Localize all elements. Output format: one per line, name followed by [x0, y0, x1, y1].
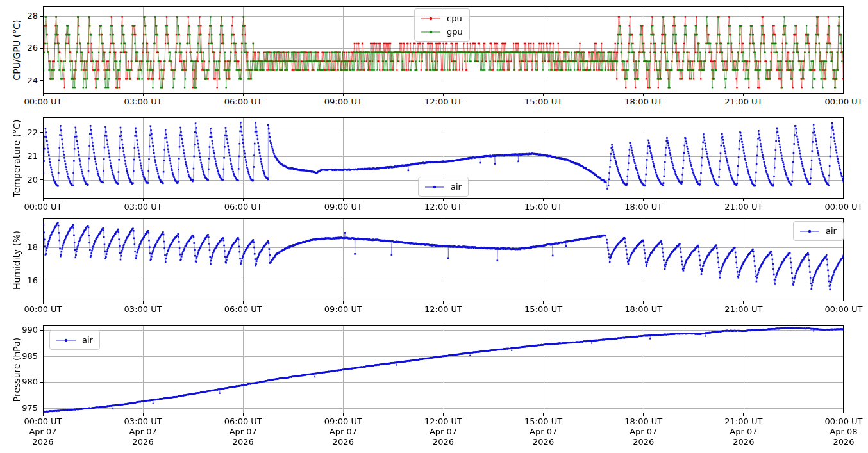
- x-tick-mark: [443, 301, 444, 304]
- x-tick-label: 12:00 UT: [415, 304, 472, 315]
- x-tick-year: 2026: [815, 437, 868, 447]
- x-tick-mark: [743, 301, 744, 304]
- x-tick-time: 12:00 UT: [415, 97, 472, 107]
- y-axis-label: Pressure (hPa): [12, 337, 22, 401]
- y-tick-mark: [40, 330, 43, 331]
- y-tick-mark: [40, 16, 43, 17]
- x-tick-label: 09:00 UT: [314, 304, 372, 315]
- chart-panel-1: Temperature (°C)20212200:00 UT03:00 UT06…: [0, 0, 868, 453]
- x-tick-mark: [443, 199, 444, 201]
- y-tick-label: 21: [3, 151, 38, 161]
- x-tick-label: 18:00 UT: [615, 97, 672, 107]
- y-tick-mark: [40, 281, 43, 281]
- x-tick-label: 18:00 UT: [615, 202, 672, 212]
- x-tick-time: 12:00 UT: [415, 416, 472, 427]
- x-tick-label: 09:00 UT: [314, 97, 372, 107]
- x-tick-time: 21:00 UT: [715, 304, 772, 315]
- x-tick-mark: [443, 94, 444, 96]
- plot-canvas: [43, 218, 844, 301]
- x-tick-mark: [543, 94, 544, 96]
- y-tick-label: 975: [3, 403, 38, 413]
- x-tick-mark: [743, 199, 744, 201]
- x-tick-mark: [643, 301, 644, 304]
- x-tick-mark: [143, 413, 144, 416]
- x-tick-date: Apr 07: [114, 427, 172, 437]
- x-tick-mark: [243, 199, 244, 201]
- x-tick-time: 18:00 UT: [615, 202, 672, 212]
- x-tick-time: 00:00 UT: [14, 202, 72, 212]
- x-tick-time: 15:00 UT: [515, 304, 572, 315]
- x-tick-time: 00:00 UT: [815, 416, 868, 427]
- legend-label: gpu: [447, 27, 463, 37]
- x-tick-mark: [543, 199, 544, 201]
- y-tick-mark: [40, 132, 43, 133]
- x-tick-date: Apr 07: [615, 427, 672, 437]
- x-tick-label: 12:00 UTApr 072026: [415, 416, 472, 447]
- x-tick-time: 21:00 UT: [715, 97, 772, 107]
- y-tick-label: 980: [3, 377, 38, 387]
- x-tick-mark: [343, 94, 344, 96]
- legend-line-sample-icon: [420, 29, 442, 35]
- x-tick-label: 15:00 UT: [515, 97, 572, 107]
- x-tick-label: 03:00 UT: [114, 304, 172, 315]
- x-tick-mark: [43, 413, 44, 416]
- x-tick-time: 15:00 UT: [515, 416, 572, 427]
- x-tick-time: 18:00 UT: [615, 304, 672, 315]
- y-tick-label: 26: [3, 43, 38, 53]
- y-axis-label: CPU/GPU (°C): [12, 20, 22, 81]
- legend-entry-cpu: cpu: [420, 12, 463, 25]
- x-tick-date: Apr 08: [815, 427, 868, 437]
- x-tick-time: 06:00 UT: [214, 97, 272, 107]
- x-tick-label: 15:00 UT: [515, 304, 572, 315]
- x-tick-label: 00:00 UT: [815, 97, 868, 107]
- x-tick-mark: [743, 94, 744, 96]
- x-tick-time: 18:00 UT: [615, 97, 672, 107]
- x-tick-time: 00:00 UT: [14, 304, 72, 315]
- x-tick-mark: [844, 413, 844, 416]
- x-tick-label: 12:00 UT: [415, 97, 472, 107]
- y-tick-mark: [40, 179, 43, 180]
- x-tick-mark: [743, 413, 744, 416]
- x-tick-label: 21:00 UT: [715, 304, 772, 315]
- x-tick-mark: [543, 301, 544, 304]
- x-tick-mark: [643, 413, 644, 416]
- x-tick-date: Apr 07: [515, 427, 572, 437]
- x-tick-time: 15:00 UT: [515, 202, 572, 212]
- x-tick-mark: [543, 413, 544, 416]
- x-tick-mark: [343, 199, 344, 201]
- x-tick-label: 03:00 UTApr 072026: [114, 416, 172, 447]
- x-tick-date: Apr 07: [214, 427, 272, 437]
- x-tick-label: 21:00 UT: [715, 202, 772, 212]
- x-tick-label: 09:00 UT: [314, 202, 372, 212]
- x-tick-label: 00:00 UT: [14, 97, 72, 107]
- chart-panel-3: Pressure (hPa)97598098599000:00 UTApr 07…: [0, 0, 868, 453]
- x-tick-label: 00:00 UT: [14, 304, 72, 315]
- x-tick-date: Apr 07: [14, 427, 72, 437]
- y-tick-mark: [40, 356, 43, 356]
- x-tick-label: 06:00 UT: [214, 97, 272, 107]
- x-tick-label: 21:00 UTApr 072026: [715, 416, 772, 447]
- legend-entry-air: air: [424, 180, 462, 194]
- x-tick-time: 21:00 UT: [715, 416, 772, 427]
- chart-panel-0: CPU/GPU (°C)24262800:00 UT03:00 UT06:00 …: [0, 0, 868, 453]
- legend: cpugpu: [414, 8, 470, 42]
- chart-panel-2: Humidity (%)161800:00 UT03:00 UT06:00 UT…: [0, 0, 868, 453]
- x-tick-mark: [844, 199, 844, 201]
- y-tick-label: 22: [3, 128, 38, 138]
- y-tick-label: 990: [3, 325, 38, 335]
- x-tick-time: 06:00 UT: [214, 304, 272, 315]
- x-tick-mark: [343, 413, 344, 416]
- y-tick-label: 20: [3, 175, 38, 185]
- legend-label: air: [826, 226, 837, 236]
- y-tick-mark: [40, 80, 43, 81]
- x-tick-mark: [844, 94, 844, 96]
- y-tick-label: 16: [3, 276, 38, 286]
- x-tick-label: 06:00 UTApr 072026: [214, 416, 272, 447]
- x-tick-mark: [243, 301, 244, 304]
- x-tick-year: 2026: [615, 437, 672, 447]
- x-tick-time: 09:00 UT: [314, 97, 372, 107]
- plot-canvas: [43, 6, 844, 94]
- legend-entry-air: air: [799, 224, 837, 238]
- x-tick-mark: [643, 199, 644, 201]
- x-tick-time: 03:00 UT: [114, 304, 172, 315]
